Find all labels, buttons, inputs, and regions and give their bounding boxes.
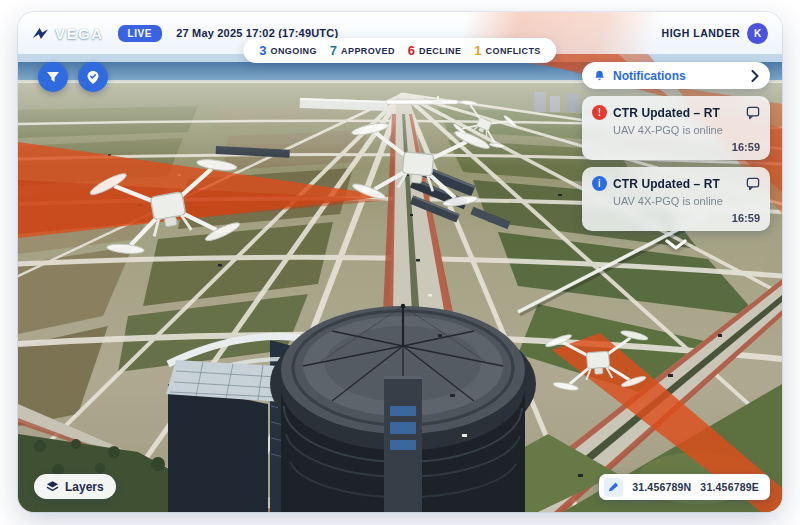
bird-icon — [32, 25, 49, 41]
coordinates-readout[interactable]: 31.456789N 31.456789E — [599, 474, 770, 500]
location-button[interactable] — [78, 62, 108, 92]
status-approved[interactable]: 7 APPROVED — [330, 43, 395, 58]
user-menu[interactable]: HIGH LANDER K — [662, 23, 768, 44]
notification-time: 16:59 — [732, 141, 760, 153]
notifications-title: Notifications — [613, 69, 744, 83]
chevron-right-icon — [751, 70, 759, 82]
live-badge: LIVE — [118, 25, 163, 42]
app-window: VEGA LIVE 27 May 2025 17:02 (17:49UTC) H… — [18, 12, 782, 512]
alert-icon: ! — [592, 105, 607, 120]
notification-title: CTR Updated – RT — [613, 106, 740, 120]
status-decline[interactable]: 6 DECLINE — [408, 43, 462, 58]
longitude-value: 31.456789E — [700, 481, 759, 493]
status-conflicts[interactable]: 1 CONFLICTS — [474, 43, 540, 58]
notification-body: UAV 4X-PGQ is online — [613, 195, 760, 207]
info-icon: i — [592, 176, 607, 191]
status-summary-bar: 3 ONGOING 7 APPROVED 6 DECLINE 1 CONFLIC… — [243, 38, 556, 63]
dome-building — [270, 304, 536, 512]
status-ongoing[interactable]: 3 ONGOING — [259, 43, 317, 58]
latitude-value: 31.456789N — [632, 481, 691, 493]
bell-icon — [593, 69, 606, 83]
layers-label: Layers — [65, 480, 104, 494]
filter-icon — [46, 71, 60, 84]
message-icon[interactable] — [746, 177, 760, 191]
brand-logo: VEGA — [32, 25, 104, 42]
notification-card-header: ! CTR Updated – RT — [592, 105, 760, 120]
notification-card-header: i CTR Updated – RT — [592, 176, 760, 191]
layers-button[interactable]: Layers — [34, 474, 116, 499]
notification-card[interactable]: i CTR Updated – RT UAV 4X-PGQ is online … — [582, 167, 770, 231]
location-pin-icon — [86, 70, 100, 85]
avatar[interactable]: K — [747, 23, 768, 44]
message-icon[interactable] — [746, 106, 760, 120]
notification-card[interactable]: ! CTR Updated – RT UAV 4X-PGQ is online … — [582, 96, 770, 160]
pen-icon — [604, 478, 623, 497]
user-name: HIGH LANDER — [662, 27, 740, 39]
brand-name: VEGA — [55, 25, 104, 42]
filter-button[interactable] — [38, 62, 68, 92]
notification-body: UAV 4X-PGQ is online — [613, 124, 760, 136]
notification-time: 16:59 — [732, 212, 760, 224]
chevron-down-icon[interactable] — [664, 239, 688, 250]
notification-title: CTR Updated – RT — [613, 177, 740, 191]
notifications-panel: Notifications ! CTR Updated – RT UAV 4X-… — [582, 62, 770, 250]
layers-icon — [46, 480, 59, 493]
top-bar: VEGA LIVE 27 May 2025 17:02 (17:49UTC) H… — [18, 12, 782, 54]
notifications-header[interactable]: Notifications — [582, 62, 770, 89]
map-canvas[interactable]: Notifications ! CTR Updated – RT UAV 4X-… — [18, 54, 782, 512]
